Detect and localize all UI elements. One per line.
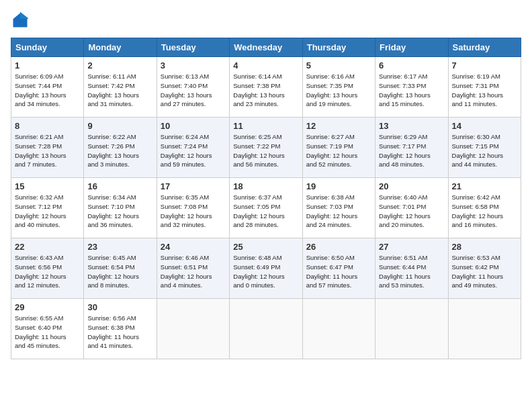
day-info: Sunrise: 6:48 AMSunset: 6:49 PMDaylight:…: [233, 253, 298, 290]
calendar-cell: 9Sunrise: 6:22 AMSunset: 7:26 PMDaylight…: [84, 118, 157, 178]
day-number: 14: [452, 121, 517, 131]
day-number: 13: [379, 121, 444, 131]
calendar-table: SundayMondayTuesdayWednesdayThursdayFrid…: [11, 38, 521, 359]
day-number: 19: [306, 181, 371, 191]
calendar-cell: 5Sunrise: 6:16 AMSunset: 7:35 PMDaylight…: [302, 57, 375, 118]
calendar-cell: 22Sunrise: 6:43 AMSunset: 6:56 PMDayligh…: [11, 238, 84, 299]
day-number: 16: [87, 181, 152, 191]
calendar-cell: 19Sunrise: 6:38 AMSunset: 7:03 PMDayligh…: [302, 178, 375, 238]
day-number: 2: [87, 60, 152, 71]
day-info: Sunrise: 6:56 AMSunset: 6:38 PMDaylight:…: [87, 314, 152, 351]
day-number: 7: [452, 60, 517, 71]
logo-icon: [11, 11, 30, 30]
day-info: Sunrise: 6:43 AMSunset: 6:56 PMDaylight:…: [15, 253, 80, 290]
day-info: Sunrise: 6:40 AMSunset: 7:01 PMDaylight:…: [379, 193, 444, 230]
calendar-cell: 27Sunrise: 6:51 AMSunset: 6:44 PMDayligh…: [375, 238, 448, 299]
col-header-saturday: Saturday: [448, 38, 521, 57]
calendar-cell: 23Sunrise: 6:45 AMSunset: 6:54 PMDayligh…: [84, 238, 157, 299]
day-info: Sunrise: 6:45 AMSunset: 6:54 PMDaylight:…: [87, 253, 152, 290]
col-header-friday: Friday: [375, 38, 448, 57]
day-number: 3: [161, 60, 226, 71]
day-info: Sunrise: 6:30 AMSunset: 7:15 PMDaylight:…: [452, 132, 517, 169]
day-info: Sunrise: 6:25 AMSunset: 7:22 PMDaylight:…: [233, 132, 298, 169]
header-row: SundayMondayTuesdayWednesdayThursdayFrid…: [11, 38, 521, 57]
day-number: 17: [161, 181, 226, 191]
calendar-cell: 12Sunrise: 6:27 AMSunset: 7:19 PMDayligh…: [302, 118, 375, 178]
calendar-cell: 16Sunrise: 6:34 AMSunset: 7:10 PMDayligh…: [84, 178, 157, 238]
day-number: 4: [233, 60, 298, 71]
day-number: 11: [233, 121, 298, 131]
calendar-cell: 13Sunrise: 6:29 AMSunset: 7:17 PMDayligh…: [375, 118, 448, 178]
day-info: Sunrise: 6:32 AMSunset: 7:12 PMDaylight:…: [15, 193, 80, 230]
calendar-cell: 30Sunrise: 6:56 AMSunset: 6:38 PMDayligh…: [84, 299, 157, 359]
calendar-cell: 25Sunrise: 6:48 AMSunset: 6:49 PMDayligh…: [230, 238, 302, 299]
calendar-cell: 29Sunrise: 6:55 AMSunset: 6:40 PMDayligh…: [11, 299, 84, 359]
day-info: Sunrise: 6:11 AMSunset: 7:42 PMDaylight:…: [87, 72, 152, 109]
col-header-tuesday: Tuesday: [157, 38, 229, 57]
page-header: [11, 11, 521, 30]
day-number: 22: [15, 242, 80, 252]
day-number: 10: [161, 121, 226, 131]
day-info: Sunrise: 6:13 AMSunset: 7:40 PMDaylight:…: [161, 72, 226, 109]
calendar-week-row: 15Sunrise: 6:32 AMSunset: 7:12 PMDayligh…: [11, 178, 521, 238]
day-info: Sunrise: 6:27 AMSunset: 7:19 PMDaylight:…: [306, 132, 371, 169]
day-number: 12: [306, 121, 371, 131]
day-number: 27: [379, 242, 444, 252]
calendar-cell: 4Sunrise: 6:14 AMSunset: 7:38 PMDaylight…: [230, 57, 302, 118]
day-number: 29: [15, 302, 80, 312]
day-number: 8: [15, 121, 80, 131]
calendar-cell: 26Sunrise: 6:50 AMSunset: 6:47 PMDayligh…: [302, 238, 375, 299]
calendar-cell: 24Sunrise: 6:46 AMSunset: 6:51 PMDayligh…: [157, 238, 229, 299]
calendar-cell: [230, 299, 302, 359]
calendar-cell: 8Sunrise: 6:21 AMSunset: 7:28 PMDaylight…: [11, 118, 84, 178]
calendar-week-row: 22Sunrise: 6:43 AMSunset: 6:56 PMDayligh…: [11, 238, 521, 299]
calendar-cell: [375, 299, 448, 359]
day-number: 23: [87, 242, 152, 252]
day-info: Sunrise: 6:38 AMSunset: 7:03 PMDaylight:…: [306, 193, 371, 230]
day-info: Sunrise: 6:21 AMSunset: 7:28 PMDaylight:…: [15, 132, 80, 169]
calendar-cell: [302, 299, 375, 359]
day-number: 9: [87, 121, 152, 131]
day-info: Sunrise: 6:24 AMSunset: 7:24 PMDaylight:…: [161, 132, 226, 169]
day-number: 21: [452, 181, 517, 191]
day-info: Sunrise: 6:51 AMSunset: 6:44 PMDaylight:…: [379, 253, 444, 290]
calendar-cell: 18Sunrise: 6:37 AMSunset: 7:05 PMDayligh…: [230, 178, 302, 238]
col-header-monday: Monday: [84, 38, 157, 57]
day-info: Sunrise: 6:16 AMSunset: 7:35 PMDaylight:…: [306, 72, 371, 109]
col-header-wednesday: Wednesday: [230, 38, 302, 57]
day-number: 24: [161, 242, 226, 252]
calendar-cell: [448, 299, 521, 359]
logo: [11, 11, 32, 30]
day-number: 30: [87, 302, 152, 312]
calendar-week-row: 8Sunrise: 6:21 AMSunset: 7:28 PMDaylight…: [11, 118, 521, 178]
calendar-cell: 2Sunrise: 6:11 AMSunset: 7:42 PMDaylight…: [84, 57, 157, 118]
day-info: Sunrise: 6:14 AMSunset: 7:38 PMDaylight:…: [233, 72, 298, 109]
calendar-cell: [157, 299, 229, 359]
day-info: Sunrise: 6:17 AMSunset: 7:33 PMDaylight:…: [379, 72, 444, 109]
day-number: 5: [306, 60, 371, 71]
day-number: 25: [233, 242, 298, 252]
day-info: Sunrise: 6:42 AMSunset: 6:58 PMDaylight:…: [452, 193, 517, 230]
calendar-cell: 14Sunrise: 6:30 AMSunset: 7:15 PMDayligh…: [448, 118, 521, 178]
day-info: Sunrise: 6:46 AMSunset: 6:51 PMDaylight:…: [161, 253, 226, 290]
day-number: 15: [15, 181, 80, 191]
calendar-week-row: 29Sunrise: 6:55 AMSunset: 6:40 PMDayligh…: [11, 299, 521, 359]
day-number: 28: [452, 242, 517, 252]
calendar-cell: 11Sunrise: 6:25 AMSunset: 7:22 PMDayligh…: [230, 118, 302, 178]
day-info: Sunrise: 6:50 AMSunset: 6:47 PMDaylight:…: [306, 253, 371, 290]
calendar-cell: 28Sunrise: 6:53 AMSunset: 6:42 PMDayligh…: [448, 238, 521, 299]
calendar-cell: 1Sunrise: 6:09 AMSunset: 7:44 PMDaylight…: [11, 57, 84, 118]
day-info: Sunrise: 6:55 AMSunset: 6:40 PMDaylight:…: [15, 314, 80, 351]
day-info: Sunrise: 6:22 AMSunset: 7:26 PMDaylight:…: [87, 132, 152, 169]
day-info: Sunrise: 6:53 AMSunset: 6:42 PMDaylight:…: [452, 253, 517, 290]
day-number: 20: [379, 181, 444, 191]
calendar-cell: 10Sunrise: 6:24 AMSunset: 7:24 PMDayligh…: [157, 118, 229, 178]
calendar-cell: 17Sunrise: 6:35 AMSunset: 7:08 PMDayligh…: [157, 178, 229, 238]
day-number: 6: [379, 60, 444, 71]
calendar-week-row: 1Sunrise: 6:09 AMSunset: 7:44 PMDaylight…: [11, 57, 521, 118]
calendar-cell: 20Sunrise: 6:40 AMSunset: 7:01 PMDayligh…: [375, 178, 448, 238]
calendar-cell: 7Sunrise: 6:19 AMSunset: 7:31 PMDaylight…: [448, 57, 521, 118]
day-number: 18: [233, 181, 298, 191]
day-info: Sunrise: 6:29 AMSunset: 7:17 PMDaylight:…: [379, 132, 444, 169]
svg-marker-2: [20, 12, 28, 19]
